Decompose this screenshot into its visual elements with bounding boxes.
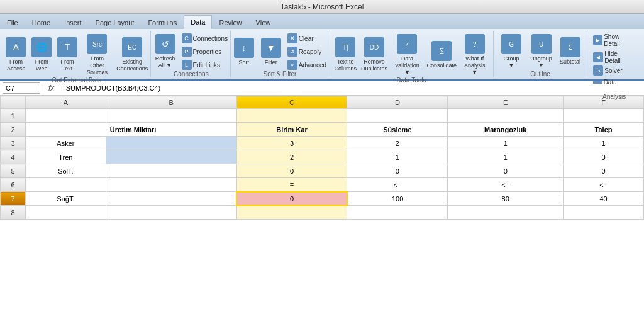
row-header-5[interactable]: 5 — [1, 164, 26, 178]
cell-D1[interactable] — [347, 109, 448, 123]
tab-insert[interactable]: Insert — [57, 15, 89, 29]
cell-B5[interactable] — [106, 164, 236, 178]
cell-D4[interactable]: 1 — [347, 150, 448, 164]
cell-C2[interactable]: Birim Kar — [236, 123, 347, 137]
subtotal-button[interactable]: Σ Subtotal — [558, 36, 582, 67]
cell-D6[interactable]: <= — [347, 178, 448, 192]
group-button[interactable]: G Group ▼ — [499, 33, 524, 70]
col-header-D[interactable]: D — [347, 96, 448, 109]
cell-F1[interactable] — [564, 109, 644, 123]
cell-F8[interactable] — [564, 206, 644, 220]
cell-E5[interactable]: 0 — [448, 164, 564, 178]
cell-F3[interactable]: 1 — [564, 137, 644, 150]
cell-C8[interactable] — [236, 206, 347, 220]
cell-D3[interactable]: 2 — [347, 137, 448, 150]
col-header-A[interactable]: A — [25, 96, 106, 109]
advanced-button[interactable]: » Advanced — [286, 59, 328, 70]
cell-E7[interactable]: 80 — [448, 192, 564, 206]
cell-B8[interactable] — [106, 206, 236, 220]
cell-C7[interactable]: 0 — [236, 192, 347, 206]
from-web-button[interactable]: 🌐 FromWeb — [30, 36, 53, 74]
cell-A2[interactable] — [25, 123, 106, 137]
cell-reference[interactable]: C7 — [3, 82, 40, 94]
cell-E6[interactable]: <= — [448, 178, 564, 192]
what-if-analysis-button[interactable]: ? What-IfAnalysis ▼ — [460, 33, 490, 77]
row-header-8[interactable]: 8 — [1, 206, 26, 220]
row-header-7[interactable]: 7 — [1, 192, 26, 206]
show-detail-button[interactable]: ► Show Detail — [591, 33, 637, 48]
cell-A8[interactable] — [25, 206, 106, 220]
tab-home[interactable]: Home — [25, 15, 57, 29]
text-to-columns-button[interactable]: T| Text toColumns — [333, 36, 358, 74]
cell-C5[interactable]: 0 — [236, 164, 347, 178]
filter-button[interactable]: ▼ Filter — [258, 36, 284, 67]
cell-A4[interactable]: Tren — [25, 150, 106, 164]
row-header-4[interactable]: 4 — [1, 150, 26, 164]
tab-page-layout[interactable]: Page Layout — [89, 15, 142, 29]
existing-connections-button[interactable]: EC ExistingConnections — [115, 36, 150, 74]
cell-F6[interactable]: <= — [564, 178, 644, 192]
refresh-all-button[interactable]: ↺ RefreshAll ▼ — [153, 33, 178, 70]
tab-file[interactable]: File — [0, 15, 25, 29]
sort-button[interactable]: ↕ Sort — [231, 36, 257, 67]
properties-button[interactable]: P Properties — [180, 46, 230, 57]
cell-E4[interactable]: 1 — [448, 150, 564, 164]
cell-A1[interactable] — [25, 109, 106, 123]
from-text-button[interactable]: T FromText — [55, 36, 79, 74]
cell-A3[interactable]: Asker — [25, 137, 106, 150]
cell-C6[interactable]: = — [236, 178, 347, 192]
cell-B1[interactable] — [106, 109, 236, 123]
cell-D2[interactable]: Süsleme — [347, 123, 448, 137]
ungroup-button[interactable]: U Ungroup ▼ — [526, 33, 557, 70]
column-header-row: A B C D E F — [1, 96, 644, 109]
cell-E3[interactable]: 1 — [448, 137, 564, 150]
cell-A5[interactable]: SolT. — [25, 164, 106, 178]
row-header-6[interactable]: 6 — [1, 178, 26, 192]
col-header-E[interactable]: E — [448, 96, 564, 109]
solver-button[interactable]: S Solver — [591, 65, 637, 76]
from-other-sources-button[interactable]: Src From OtherSources — [81, 33, 113, 77]
consolidate-button[interactable]: ∑ Consolidate — [426, 40, 458, 70]
cell-F5[interactable]: 0 — [564, 164, 644, 178]
tab-view[interactable]: View — [249, 15, 278, 29]
cell-B7[interactable] — [106, 192, 236, 206]
cell-B3[interactable] — [106, 137, 236, 150]
col-header-B[interactable]: B — [106, 96, 236, 109]
connections-button[interactable]: C Connections — [180, 33, 230, 44]
cell-B2[interactable]: Üretim Miktarı — [106, 123, 236, 137]
reapply-button[interactable]: ↺ Reapply — [286, 46, 328, 57]
cell-B4[interactable] — [106, 150, 236, 164]
tab-formulas[interactable]: Formulas — [141, 15, 184, 29]
tab-review[interactable]: Review — [212, 15, 248, 29]
formula-input[interactable] — [59, 84, 641, 92]
cell-C4[interactable]: 2 — [236, 150, 347, 164]
edit-links-button[interactable]: L Edit Links — [180, 59, 230, 70]
cell-E2[interactable]: Marangozluk — [448, 123, 564, 137]
hide-detail-button[interactable]: ◄ Hide Detail — [591, 50, 637, 65]
cell-A7[interactable]: SağT. — [25, 192, 106, 206]
cell-E1[interactable] — [448, 109, 564, 123]
row-header-1[interactable]: 1 — [1, 109, 26, 123]
analysis-label: Analysis — [602, 93, 626, 100]
cell-F4[interactable]: 0 — [564, 150, 644, 164]
cell-D7[interactable]: 100 — [347, 192, 448, 206]
cell-B6[interactable] — [106, 178, 236, 192]
cell-F2[interactable]: Talep — [564, 123, 644, 137]
from-access-button[interactable]: A FromAccess — [4, 36, 28, 74]
row-header-2[interactable]: 2 — [1, 123, 26, 137]
data-validation-button[interactable]: ✓ DataValidation ▼ — [391, 33, 424, 77]
tab-data[interactable]: Data — [184, 15, 212, 29]
ribbon-group-analysis: ► Show Detail ◄ Hide Detail S Solver D D… — [587, 31, 641, 77]
clear-button[interactable]: ✕ Clear — [286, 33, 328, 44]
cell-D5[interactable]: 0 — [347, 164, 448, 178]
col-header-C[interactable]: C — [236, 96, 347, 109]
cell-A6[interactable] — [25, 178, 106, 192]
cell-C3[interactable]: 3 — [236, 137, 347, 150]
cell-D8[interactable] — [347, 206, 448, 220]
remove-duplicates-button[interactable]: DD RemoveDuplicates — [360, 36, 389, 74]
refresh-all-icon: ↺ — [155, 34, 175, 54]
cell-E8[interactable] — [448, 206, 564, 220]
row-header-3[interactable]: 3 — [1, 137, 26, 150]
cell-F7[interactable]: 40 — [564, 192, 644, 206]
cell-C1[interactable] — [236, 109, 347, 123]
